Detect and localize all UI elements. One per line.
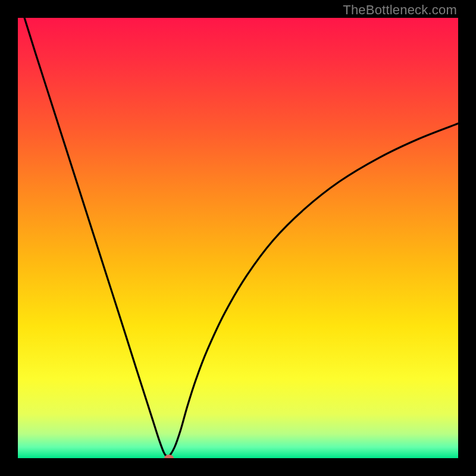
plot-area	[18, 18, 458, 458]
optimal-point-marker	[164, 455, 174, 458]
bottleneck-curve	[24, 18, 458, 457]
chart-frame: TheBottleneck.com	[0, 0, 476, 476]
curve-layer	[18, 18, 458, 458]
watermark-text: TheBottleneck.com	[343, 2, 457, 18]
